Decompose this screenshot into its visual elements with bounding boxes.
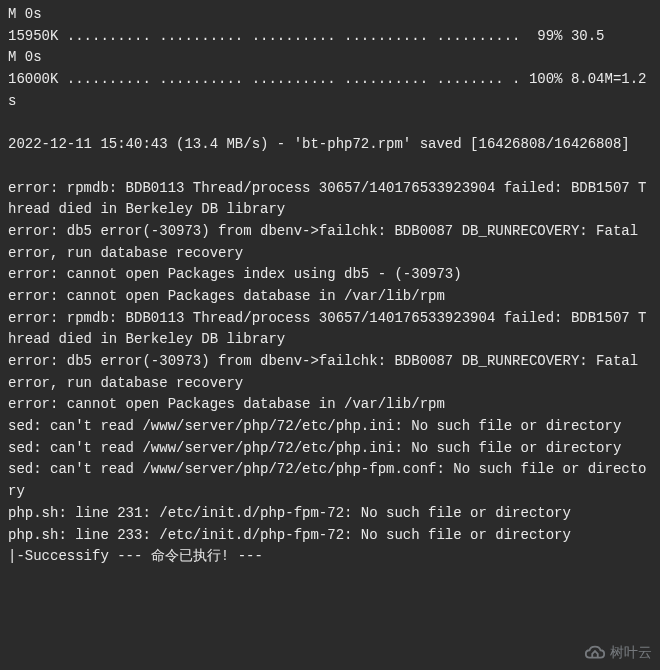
terminal-line: M 0s xyxy=(8,4,652,26)
terminal-line: error: db5 error(-30973) from dbenv->fai… xyxy=(8,221,652,264)
terminal-line: 2022-12-11 15:40:43 (13.4 MB/s) - 'bt-ph… xyxy=(8,134,652,156)
terminal-line: M 0s xyxy=(8,47,652,69)
terminal-line: 15950K .......... .......... .......... … xyxy=(8,26,652,48)
terminal-line: sed: can't read /www/server/php/72/etc/p… xyxy=(8,416,652,438)
terminal-line: error: cannot open Packages index using … xyxy=(8,264,652,286)
terminal-line: sed: can't read /www/server/php/72/etc/p… xyxy=(8,459,652,502)
terminal-output: M 0s15950K .......... .......... .......… xyxy=(8,4,652,568)
terminal-line xyxy=(8,112,652,134)
terminal-line xyxy=(8,156,652,178)
terminal-line: error: rpmdb: BDB0113 Thread/process 306… xyxy=(8,308,652,351)
terminal-line: |-Successify --- 命令已执行! --- xyxy=(8,546,652,568)
terminal-line: error: rpmdb: BDB0113 Thread/process 306… xyxy=(8,178,652,221)
terminal-line: 16000K .......... .......... .......... … xyxy=(8,69,652,112)
terminal-line: php.sh: line 233: /etc/init.d/php-fpm-72… xyxy=(8,525,652,547)
cloud-icon xyxy=(584,644,606,662)
terminal-line: sed: can't read /www/server/php/72/etc/p… xyxy=(8,438,652,460)
terminal-line: error: cannot open Packages database in … xyxy=(8,394,652,416)
watermark: 树叶云 xyxy=(584,642,652,664)
terminal-line: php.sh: line 231: /etc/init.d/php-fpm-72… xyxy=(8,503,652,525)
terminal-line: error: db5 error(-30973) from dbenv->fai… xyxy=(8,351,652,394)
terminal-line: error: cannot open Packages database in … xyxy=(8,286,652,308)
watermark-text: 树叶云 xyxy=(610,642,652,664)
